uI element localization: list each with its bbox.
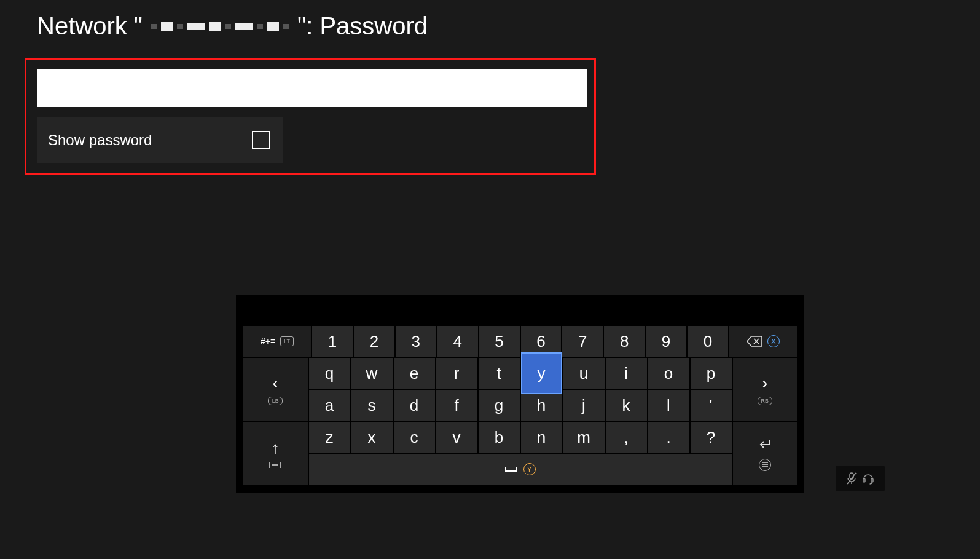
key-k[interactable]: k xyxy=(606,390,647,421)
password-input[interactable] xyxy=(37,69,587,107)
mic-status-bubble[interactable] xyxy=(836,466,885,491)
key-v[interactable]: v xyxy=(436,422,477,453)
key-1[interactable]: 1 xyxy=(312,326,353,357)
key-d[interactable]: d xyxy=(394,390,435,421)
show-password-row[interactable]: Show password xyxy=(37,117,283,163)
page-title: Network " ": Password xyxy=(37,12,428,40)
key-l[interactable]: l xyxy=(648,390,689,421)
key-8[interactable]: 8 xyxy=(604,326,645,357)
caps-icon xyxy=(269,462,281,468)
x-hint-icon: X xyxy=(767,335,780,347)
key-u[interactable]: u xyxy=(563,358,605,389)
key-y[interactable]: y xyxy=(521,352,562,394)
key-2[interactable]: 2 xyxy=(354,326,394,357)
network-name-redacted xyxy=(151,22,289,31)
key-a[interactable]: a xyxy=(309,390,350,421)
key-comma[interactable]: , xyxy=(606,422,647,453)
key-x[interactable]: x xyxy=(351,422,393,453)
key-symbols[interactable]: #+= LT xyxy=(243,326,311,357)
rb-hint-icon: RB xyxy=(758,397,772,405)
key-cursor-right[interactable]: › RB xyxy=(733,358,798,421)
key-q[interactable]: q xyxy=(309,358,350,389)
key-t[interactable]: t xyxy=(479,358,520,389)
key-w[interactable]: w xyxy=(351,358,393,389)
key-0[interactable]: 0 xyxy=(688,326,728,357)
key-question[interactable]: ? xyxy=(691,422,732,453)
key-g[interactable]: g xyxy=(479,390,520,421)
key-h[interactable]: h xyxy=(521,390,562,421)
lt-hint-icon: LT xyxy=(280,336,294,346)
spacebar-icon xyxy=(505,467,517,472)
backspace-icon xyxy=(747,336,762,347)
chevron-left-icon: ‹ xyxy=(273,373,278,393)
key-backspace[interactable]: X xyxy=(729,326,797,357)
key-z[interactable]: z xyxy=(309,422,350,453)
key-apostrophe[interactable]: ' xyxy=(691,390,732,421)
key-shift[interactable]: ↑ xyxy=(243,422,308,485)
key-f[interactable]: f xyxy=(436,390,477,421)
onscreen-keyboard: #+= LT 1 2 3 4 5 6 7 8 9 0 X ‹ LB q w e xyxy=(236,295,804,493)
key-r[interactable]: r xyxy=(436,358,477,389)
headset-icon xyxy=(861,472,875,485)
key-5[interactable]: 5 xyxy=(479,326,520,357)
key-o[interactable]: o xyxy=(648,358,689,389)
title-prefix: Network " xyxy=(37,12,143,40)
key-4[interactable]: 4 xyxy=(437,326,478,357)
title-suffix: ": Password xyxy=(297,12,428,40)
key-e[interactable]: e xyxy=(394,358,435,389)
y-hint-icon: Y xyxy=(523,463,536,475)
enter-icon xyxy=(758,436,772,455)
shift-up-arrow-icon: ↑ xyxy=(271,438,280,458)
key-spacebar[interactable]: Y xyxy=(309,454,732,485)
mic-muted-icon xyxy=(845,472,858,485)
key-3[interactable]: 3 xyxy=(396,326,436,357)
key-n[interactable]: n xyxy=(521,422,562,453)
key-c[interactable]: c xyxy=(394,422,435,453)
key-9[interactable]: 9 xyxy=(646,326,686,357)
key-period[interactable]: . xyxy=(648,422,689,453)
key-b[interactable]: b xyxy=(479,422,520,453)
key-p[interactable]: p xyxy=(691,358,732,389)
key-7[interactable]: 7 xyxy=(562,326,603,357)
key-enter[interactable] xyxy=(733,422,798,485)
symbols-label: #+= xyxy=(261,336,275,346)
lb-hint-icon: LB xyxy=(268,397,283,405)
key-j[interactable]: j xyxy=(563,390,605,421)
menu-lines-icon xyxy=(759,459,771,471)
key-m[interactable]: m xyxy=(563,422,605,453)
show-password-label: Show password xyxy=(48,132,152,149)
key-cursor-left[interactable]: ‹ LB xyxy=(243,358,308,421)
key-i[interactable]: i xyxy=(606,358,647,389)
chevron-right-icon: › xyxy=(762,373,767,393)
show-password-checkbox[interactable] xyxy=(252,131,270,149)
key-s[interactable]: s xyxy=(351,390,393,421)
